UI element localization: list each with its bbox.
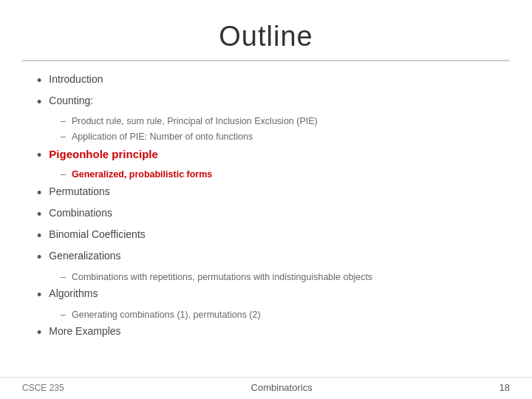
- sub-dash: –: [61, 270, 66, 284]
- slide: Outline • Introduction • Counting: – Pro…: [0, 0, 532, 399]
- bullet-binomial: • Binomial Coefficients: [37, 227, 495, 245]
- footer-course: CSCE 235: [22, 383, 64, 393]
- sub-text-counting-1: Product rule, sum rule, Principal of Inc…: [72, 115, 318, 129]
- footer: CSCE 235 Combinatorics 18: [0, 377, 532, 399]
- bullet-text-more-examples: More Examples: [49, 324, 120, 339]
- bullet-text-combinations: Combinations: [49, 205, 112, 221]
- bullet-more-examples: • More Examples: [37, 324, 495, 342]
- sub-bullet-generalizations-1: – Combinations with repetitions, permuta…: [61, 270, 495, 284]
- bullet-dot: •: [37, 286, 41, 304]
- bullet-dot: •: [37, 72, 41, 90]
- sub-bullet-counting-2: – Application of PIE: Number of onto fun…: [61, 130, 495, 144]
- bullet-generalizations: • Generalizations – Combinations with re…: [37, 248, 495, 284]
- bullet-text-algorithms: Algorithms: [49, 286, 98, 301]
- bullet-dot: •: [37, 93, 41, 112]
- footer-page: 18: [499, 382, 510, 393]
- bullet-dot: •: [37, 146, 41, 165]
- sub-dash: –: [61, 130, 66, 144]
- bullet-pigeonhole: • Pigeonhole principle – Generalized, pr…: [37, 146, 495, 182]
- bullet-text-generalizations: Generalizations: [49, 248, 120, 264]
- bullet-text-introduction: Introduction: [49, 72, 103, 87]
- bullet-text-counting: Counting:: [49, 93, 93, 109]
- footer-subject: Combinatorics: [251, 382, 313, 393]
- sub-dash: –: [61, 308, 66, 322]
- sub-bullet-counting-1: – Product rule, sum rule, Principal of I…: [61, 115, 495, 129]
- sub-text-pigeonhole-1: Generalized, probabilistic forms: [72, 168, 212, 182]
- bullet-dot: •: [37, 248, 41, 267]
- bullet-combinations: • Combinations: [37, 205, 495, 224]
- bullet-algorithms: • Algorithms – Generating combinations (…: [37, 286, 495, 321]
- content-area: • Introduction • Counting: – Product rul…: [0, 61, 532, 377]
- bullet-dot: •: [37, 205, 41, 224]
- bullet-dot: •: [37, 184, 41, 202]
- bullet-dot: •: [37, 324, 41, 342]
- sub-text-counting-2: Application of PIE: Number of onto funct…: [72, 130, 253, 144]
- bullet-introduction: • Introduction: [37, 72, 495, 90]
- bullet-counting: • Counting: – Product rule, sum rule, Pr…: [37, 93, 495, 144]
- bullet-text-pigeonhole: Pigeonhole principle: [49, 146, 158, 163]
- bullet-dot: •: [37, 227, 41, 245]
- sub-text-generalizations-1: Combinations with repetitions, permutati…: [72, 270, 372, 284]
- slide-title: Outline: [219, 21, 313, 52]
- sub-text-algorithms-1: Generating combinations (1), permutation…: [72, 308, 261, 322]
- bullet-text-binomial: Binomial Coefficients: [49, 227, 145, 242]
- title-area: Outline: [0, 0, 532, 60]
- sub-bullet-pigeonhole-1: – Generalized, probabilistic forms: [61, 168, 495, 182]
- bullet-permutations: • Permutations: [37, 184, 495, 202]
- sub-dash: –: [61, 115, 66, 129]
- sub-bullet-algorithms-1: – Generating combinations (1), permutati…: [61, 308, 495, 322]
- sub-dash: –: [61, 168, 66, 182]
- bullet-text-permutations: Permutations: [49, 184, 109, 200]
